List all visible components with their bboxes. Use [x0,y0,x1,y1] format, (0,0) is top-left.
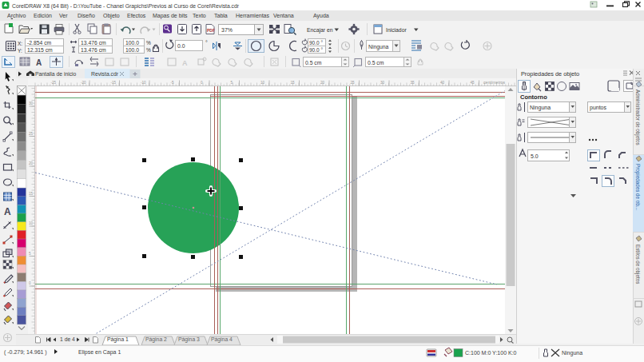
svg-text:A: A [36,58,42,67]
svg-text:-15: -15 [111,81,117,85]
svg-text:-5: -5 [171,81,175,85]
svg-text:Encajar en: Encajar en [307,27,333,34]
svg-text:10: 10 [29,221,34,225]
svg-text:Iniciador: Iniciador [386,27,407,33]
svg-text:40: 40 [440,81,445,85]
svg-text:0.0: 0.0 [177,43,185,49]
svg-text:13.476 cm: 13.476 cm [81,47,106,53]
svg-text:°: ° [205,40,208,46]
svg-text:35: 35 [411,81,415,85]
svg-text:A: A [182,59,188,67]
svg-text:-2.854 cm: -2.854 cm [27,40,52,46]
svg-text:15: 15 [29,192,34,196]
svg-text:5.0: 5.0 [531,153,539,159]
svg-text:30: 30 [29,101,34,105]
svg-text:5: 5 [29,252,31,256]
svg-text:30: 30 [380,81,385,85]
svg-text:20: 20 [320,81,325,85]
svg-text:90.0 °: 90.0 ° [309,47,323,53]
svg-text:12.315 cm: 12.315 cm [27,47,53,53]
svg-text:10: 10 [260,81,265,85]
svg-text:5: 5 [231,81,233,85]
svg-text:0.5 cm: 0.5 cm [368,60,384,66]
svg-text:100.0: 100.0 [125,40,139,46]
svg-text:15: 15 [291,81,296,85]
svg-text:0.5 cm: 0.5 cm [305,60,322,66]
svg-text:-20: -20 [81,81,86,85]
svg-text:-10: -10 [141,81,146,85]
svg-text:Ninguna: Ninguna [368,44,389,50]
svg-text:25: 25 [29,132,34,136]
svg-text:0: 0 [201,81,203,85]
svg-text:%: % [146,47,151,53]
svg-text:-25: -25 [51,81,57,85]
svg-text:Ninguna: Ninguna [530,105,551,111]
svg-text:90.0 °: 90.0 ° [309,40,323,46]
svg-text:A: A [4,206,11,217]
svg-text:37%: 37% [221,27,233,33]
svg-text:X:: X: [18,41,22,46]
svg-text:%: % [146,40,151,46]
svg-text:0: 0 [29,281,31,285]
svg-text:13.476 cm: 13.476 cm [81,40,106,46]
svg-text:100.0: 100.0 [125,47,139,53]
svg-text:45: 45 [471,81,475,85]
svg-text:Y:: Y: [18,48,22,54]
svg-text:25: 25 [351,81,356,85]
svg-text:PDF: PDF [207,28,215,33]
svg-text:centímetros: centímetros [483,80,506,85]
svg-text:puntos: puntos [590,105,607,111]
svg-text:20: 20 [29,161,34,165]
